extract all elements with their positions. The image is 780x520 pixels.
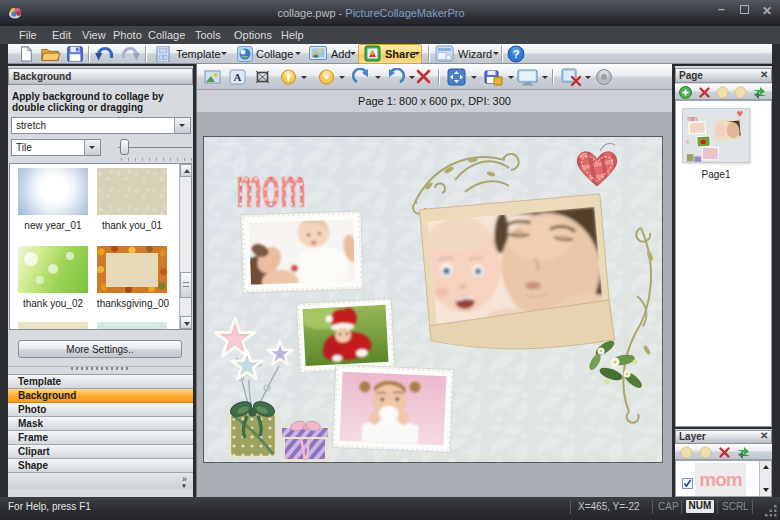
svg-text:mom: mom (236, 155, 306, 219)
svg-text:A: A (234, 71, 242, 83)
svg-text:?: ? (513, 48, 520, 60)
